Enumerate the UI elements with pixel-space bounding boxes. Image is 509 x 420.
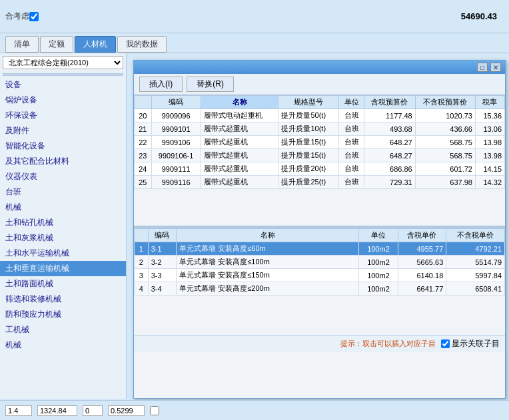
cell-code: 3-3 [148,269,176,282]
sidebar-item-12[interactable]: 土和垂直运输机械 [0,261,126,276]
sidebar-item-14[interactable]: 筛选和装修机械 [0,292,126,307]
show-related-label[interactable]: 显示关联子目 [441,338,500,349]
sidebar-item-5[interactable]: 及其它配合比材料 [0,154,126,169]
cell-unit: 台班 [339,176,364,189]
sidebar-item-6[interactable]: 仪器仪表 [0,169,126,184]
cell-name: 履带式电动起重机 [201,109,278,122]
table-row[interactable]: 2 3-2 单元式幕墙 安装高度≤100m 100m2 5665.63 5514… [135,256,505,269]
status-input-4[interactable] [108,405,145,416]
sidebar-item-8[interactable]: 机械 [0,200,126,215]
cell-no: 21 [135,122,152,136]
cell-unit: 台班 [339,136,364,149]
col-no-upper [135,96,152,109]
table-row[interactable]: 4 3-4 单元式幕墙 安装高度≤200m 100m2 6641.77 6508… [135,282,505,296]
cell-taxrate: 13.98 [475,136,504,149]
cell-spec: 提升质量50(t) [278,109,339,122]
sidebar-item-13[interactable]: 土和路面机械 [0,276,126,292]
status-checkbox[interactable] [150,406,159,415]
cell-no: 20 [135,109,152,122]
sidebar-dropdown[interactable]: 北京工程综合定额(2010) [3,56,123,69]
status-input-1[interactable] [5,405,32,416]
lower-table-area[interactable]: 编码 名称 单位 含税单价 不含税单价 1 3-1 单元式幕墙 安装高度≤60m… [134,228,505,335]
cell-unit: 台班 [339,149,364,162]
status-item-3 [83,405,103,416]
cell-taxprice: 1177.48 [364,109,415,122]
col-taxprice-lower: 含税单价 [398,229,446,242]
status-input-3[interactable] [83,405,103,416]
col-no-lower [135,229,149,242]
cell-notaxprice: 6508.41 [446,282,505,296]
cell-no: 1 [135,242,149,256]
table-row[interactable]: 3 3-3 单元式幕墙 安装高度≤150m 100m2 6140.18 5997… [135,269,505,282]
tab-qingdan[interactable]: 清单 [5,36,39,53]
cell-unit: 100m2 [359,269,398,282]
cell-taxprice: 5665.63 [398,256,446,269]
cell-taxrate: 13.06 [475,122,504,136]
cell-name: 履带式起重机 [201,122,278,136]
status-item-2 [37,405,77,416]
table-row[interactable]: 21 9909101 履带式起重机 提升质量10(t) 台班 493.68 43… [135,122,505,136]
sidebar-item-9[interactable]: 土和钻孔机械 [0,215,126,230]
upper-table-area[interactable]: 编码 名称 规格型号 单位 含税预算价 不含税预算价 税率 20 9909096… [134,95,505,228]
top-bar-label: 合考虑 [5,11,29,22]
cell-no: 23 [135,149,152,162]
sidebar-item-0[interactable]: 设备 [0,77,126,93]
sidebar-item-4[interactable]: 智能化设备 [0,138,126,154]
tab-dinge[interactable]: 定额 [40,36,73,53]
sidebar-item-16[interactable]: 工机械 [0,322,126,337]
show-related-text: 显示关联子目 [452,338,500,349]
cell-notaxprice: 568.75 [415,149,475,162]
table-row[interactable]: 22 9909106 履带式起重机 提升质量15(t) 台班 648.27 56… [135,136,505,149]
sidebar-item-17[interactable]: 机械 [0,337,126,353]
sidebar-item-15[interactable]: 防和预应力机械 [0,307,126,322]
top-bar-checkbox[interactable] [29,12,39,21]
cell-no: 24 [135,162,152,176]
sidebar: 北京工程综合定额(2010) 设备 锅炉设备 环保设备 及附件 智能化设备 及其… [0,53,127,399]
insert-button[interactable]: 插入(I) [139,77,183,92]
sidebar-item-10[interactable]: 土和灰浆机械 [0,230,126,246]
cell-taxrate: 15.36 [475,109,504,122]
col-unit-lower: 单位 [359,229,398,242]
cell-taxprice: 4955.77 [398,242,446,256]
cell-taxrate: 14.32 [475,176,504,189]
sidebar-item-7[interactable]: 台班 [0,184,126,200]
table-row[interactable]: 23 9909106-1 履带式起重机 提升质量15(t) 台班 648.27 … [135,149,505,162]
cell-code: 9909111 [151,162,201,176]
cell-notaxprice: 5997.84 [446,269,505,282]
sidebar-item-1[interactable]: 锅炉设备 [0,93,126,108]
show-related-checkbox[interactable] [441,339,450,348]
replace-button[interactable]: 替换(R) [187,77,234,92]
main-area: 北京工程综合定额(2010) 设备 锅炉设备 环保设备 及附件 智能化设备 及其… [0,53,509,399]
cell-notaxprice: 568.75 [415,136,475,149]
cell-spec: 提升质量10(t) [278,122,339,136]
tab-rencaiji[interactable]: 人材机 [75,36,116,53]
upper-table: 编码 名称 规格型号 单位 含税预算价 不含税预算价 税率 20 9909096… [134,95,505,189]
sidebar-item-3[interactable]: 及附件 [0,123,126,138]
tab-row: 清单 定额 人材机 我的数据 [0,33,509,53]
table-row[interactable]: 20 9909096 履带式电动起重机 提升质量50(t) 台班 1177.48… [135,109,505,122]
cell-spec: 提升质量25(t) [278,176,339,189]
table-row[interactable]: 1 3-1 单元式幕墙 安装高度≤60m 100m2 4955.77 4792.… [135,242,505,256]
sidebar-item-11[interactable]: 土和水平运输机械 [0,246,126,261]
dialog-toolbar: 插入(I) 替换(R) [134,74,505,95]
cell-no: 2 [135,256,149,269]
cell-notaxprice: 436.66 [415,122,475,136]
cell-code: 9909106 [151,136,201,149]
dialog-restore-button[interactable]: □ [477,63,488,72]
table-row[interactable]: 24 9909111 履带式起重机 提升质量20(t) 台班 686.86 60… [135,162,505,176]
top-bar: 合考虑 54690.43 [0,0,509,33]
status-input-2[interactable] [37,405,77,416]
status-item-1 [5,405,32,416]
cell-name: 单元式幕墙 安装高度≤150m [177,269,359,282]
cell-unit: 100m2 [359,256,398,269]
col-code-lower: 编码 [148,229,176,242]
table-row[interactable]: 25 9909116 履带式起重机 提升质量25(t) 台班 729.31 63… [135,176,505,189]
tab-mydata[interactable]: 我的数据 [117,36,167,53]
cell-code: 9909101 [151,122,201,136]
dialog: □ ✕ 插入(I) 替换(R) 编码 名称 规格型号 单 [133,60,506,399]
cell-spec: 提升质量15(t) [278,149,339,162]
cell-name: 履带式起重机 [201,176,278,189]
dialog-close-button[interactable]: ✕ [490,63,501,72]
cell-taxrate: 14.15 [475,162,504,176]
sidebar-item-2[interactable]: 环保设备 [0,108,126,123]
